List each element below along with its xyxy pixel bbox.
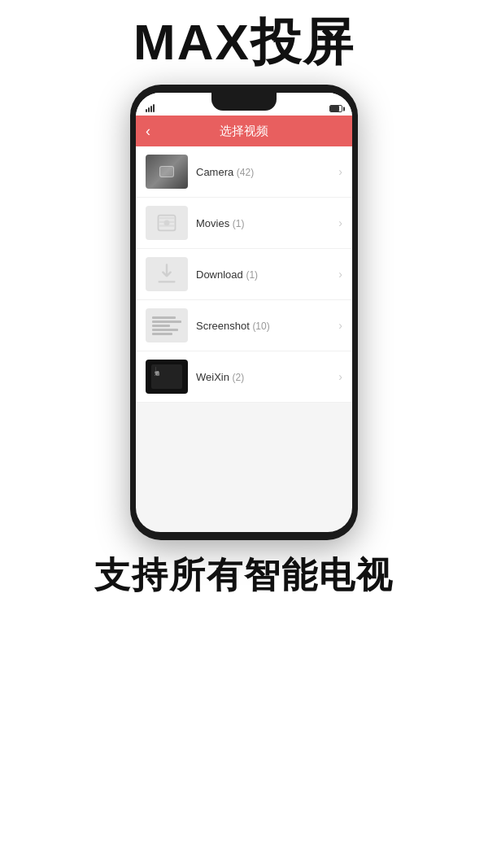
list-item[interactable]: 通知书... WeiXin (2) › bbox=[136, 351, 352, 403]
item-info: Download (1) bbox=[188, 267, 338, 281]
camera-label: Camera (42) bbox=[196, 166, 254, 178]
chevron-right-icon: › bbox=[338, 319, 342, 332]
download-thumbnail bbox=[146, 257, 188, 291]
phone-wrapper: ‹ 选择视频 Camera (42) › bbox=[130, 85, 358, 540]
phone-screen: ‹ 选择视频 Camera (42) › bbox=[136, 93, 352, 532]
screenshot-label: Screenshot (10) bbox=[196, 320, 270, 332]
item-info: Screenshot (10) bbox=[188, 318, 338, 333]
download-label: Download (1) bbox=[196, 268, 258, 281]
signal-indicator bbox=[146, 104, 155, 112]
list-container: Camera (42) › Movies (1) › bbox=[136, 146, 352, 403]
header-title: 选择视频 bbox=[220, 124, 268, 139]
chevron-right-icon: › bbox=[338, 165, 342, 178]
item-info: Camera (42) bbox=[188, 164, 338, 179]
list-item[interactable]: Download (1) › bbox=[136, 249, 352, 300]
list-item[interactable]: Camera (42) › bbox=[136, 146, 352, 198]
item-info: Movies (1) bbox=[188, 216, 338, 230]
bottom-title: 支持所有智能电视 bbox=[94, 555, 394, 596]
notch bbox=[211, 93, 277, 111]
app-header: ‹ 选择视频 bbox=[136, 116, 352, 146]
weixin-label: WeiXin (2) bbox=[196, 371, 244, 383]
battery-indicator bbox=[329, 105, 342, 112]
chevron-right-icon: › bbox=[338, 216, 342, 229]
item-info: WeiXin (2) bbox=[188, 369, 338, 384]
list-item[interactable]: Movies (1) › bbox=[136, 198, 352, 249]
movies-label: Movies (1) bbox=[196, 217, 244, 229]
chevron-right-icon: › bbox=[338, 268, 342, 281]
camera-thumbnail bbox=[146, 155, 188, 189]
movies-thumbnail bbox=[146, 206, 188, 240]
chevron-right-icon: › bbox=[338, 370, 342, 383]
weixin-thumbnail: 通知书... bbox=[146, 360, 188, 394]
screenshot-thumbnail bbox=[146, 308, 188, 342]
back-button[interactable]: ‹ bbox=[146, 123, 150, 140]
svg-point-1 bbox=[164, 220, 170, 226]
top-title: MAX投屏 bbox=[133, 15, 355, 70]
list-item[interactable]: Screenshot (10) › bbox=[136, 300, 352, 351]
